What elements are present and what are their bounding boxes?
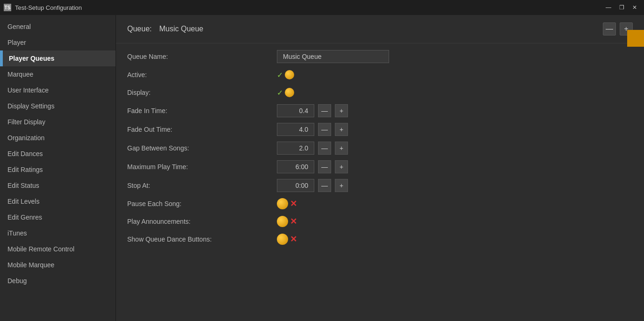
queue-minus-button[interactable]: — xyxy=(603,22,616,36)
stepper-plus-fade-out-time[interactable]: + xyxy=(335,123,348,136)
sidebar-item-user-interface[interactable]: User Interface xyxy=(0,82,116,98)
value-fade-in-time: 0.4—+ xyxy=(277,104,348,117)
label-maximum-play-time: Maximum Play Time: xyxy=(127,163,277,171)
number-display-stop-at: 0:00 xyxy=(277,179,314,192)
text-display-queue-name[interactable]: Music Queue xyxy=(277,50,389,63)
sidebar-item-edit-genres[interactable]: Edit Genres xyxy=(0,209,116,225)
form-row-active: Active:✓ xyxy=(127,66,633,84)
value-pause-each-song: ✕ xyxy=(277,198,297,209)
sidebar-item-general[interactable]: General xyxy=(0,19,116,35)
sidebar-item-mobile-remote-control[interactable]: Mobile Remote Control xyxy=(0,241,116,257)
sidebar-item-player[interactable]: Player xyxy=(0,35,116,50)
label-gap-between-songs: Gap Between Songs: xyxy=(127,144,277,152)
form-row-fade-out-time: Fade Out Time:4.0—+ xyxy=(127,120,633,139)
circle-x-pause-each-song[interactable]: ✕ xyxy=(277,198,297,209)
toggle-display[interactable]: ✓ xyxy=(277,88,294,97)
number-display-maximum-play-time: 6:00 xyxy=(277,160,314,173)
queue-label: Queue: xyxy=(127,25,152,33)
sidebar: GeneralPlayerPlayer QueuesMarqueeUser In… xyxy=(0,15,116,321)
sidebar-item-mobile-marquee[interactable]: Mobile Marquee xyxy=(0,257,116,273)
form-row-show-queue-dance-buttons: Show Queue Dance Buttons:✕ xyxy=(127,230,633,248)
check-icon: ✓ xyxy=(277,71,283,79)
stepper-minus-fade-in-time[interactable]: — xyxy=(318,104,331,117)
value-fade-out-time: 4.0—+ xyxy=(277,123,348,136)
circle-icon xyxy=(285,70,294,79)
sidebar-item-filter-display[interactable]: Filter Display xyxy=(0,114,116,130)
circle-gold-icon xyxy=(277,216,288,227)
sidebar-item-edit-ratings[interactable]: Edit Ratings xyxy=(0,162,116,178)
sidebar-item-display-settings[interactable]: Display Settings xyxy=(0,98,116,114)
stepper-minus-maximum-play-time[interactable]: — xyxy=(318,160,331,173)
stepper-minus-stop-at[interactable]: — xyxy=(318,179,331,192)
stepper-plus-stop-at[interactable]: + xyxy=(335,179,348,192)
value-show-queue-dance-buttons: ✕ xyxy=(277,234,297,245)
number-display-fade-in-time: 0.4 xyxy=(277,104,314,117)
form-row-pause-each-song: Pause Each Song:✕ xyxy=(127,195,633,213)
form-row-play-announcements: Play Announcements:✕ xyxy=(127,213,633,230)
circle-icon xyxy=(285,88,294,97)
check-icon: ✓ xyxy=(277,88,283,97)
label-pause-each-song: Pause Each Song: xyxy=(127,200,277,207)
titlebar-left: TS Test-Setup Configuration xyxy=(4,4,82,11)
close-button[interactable]: ✕ xyxy=(629,3,640,12)
sidebar-item-player-queues[interactable]: Player Queues xyxy=(0,50,116,66)
circle-gold-icon xyxy=(277,234,288,245)
value-queue-name: Music Queue xyxy=(277,50,389,63)
sidebar-item-edit-status[interactable]: Edit Status xyxy=(0,178,116,193)
value-play-announcements: ✕ xyxy=(277,216,297,227)
circle-gold-icon xyxy=(277,198,288,209)
restore-button[interactable]: ❐ xyxy=(616,3,627,12)
number-display-fade-out-time: 4.0 xyxy=(277,123,314,136)
stepper-minus-fade-out-time[interactable]: — xyxy=(318,123,331,136)
value-stop-at: 0:00—+ xyxy=(277,179,348,192)
stepper-minus-gap-between-songs[interactable]: — xyxy=(318,142,331,155)
queue-header: Queue: Music Queue — + xyxy=(116,15,644,43)
form-row-stop-at: Stop At:0:00—+ xyxy=(127,176,633,195)
stepper-plus-maximum-play-time[interactable]: + xyxy=(335,160,348,173)
titlebar-controls: — ❐ ✕ xyxy=(603,3,640,12)
label-active: Active: xyxy=(127,71,277,78)
stepper-plus-fade-in-time[interactable]: + xyxy=(335,104,348,117)
circle-x-play-announcements[interactable]: ✕ xyxy=(277,216,297,227)
x-icon: ✕ xyxy=(290,216,297,227)
number-display-gap-between-songs: 2.0 xyxy=(277,142,314,155)
main-layout: GeneralPlayerPlayer QueuesMarqueeUser In… xyxy=(0,15,644,321)
sidebar-item-edit-dances[interactable]: Edit Dances xyxy=(0,146,116,162)
value-active: ✓ xyxy=(277,70,294,79)
circle-x-show-queue-dance-buttons[interactable]: ✕ xyxy=(277,234,297,245)
label-queue-name: Queue Name: xyxy=(127,53,277,60)
minimize-button[interactable]: — xyxy=(603,3,614,12)
form-row-maximum-play-time: Maximum Play Time:6:00—+ xyxy=(127,157,633,176)
content-area: Queue: Music Queue — + Queue Name:Music … xyxy=(116,15,644,321)
titlebar: TS Test-Setup Configuration — ❐ ✕ xyxy=(0,0,644,15)
sidebar-item-edit-levels[interactable]: Edit Levels xyxy=(0,193,116,209)
x-icon: ✕ xyxy=(290,199,297,209)
label-display: Display: xyxy=(127,89,277,96)
value-maximum-play-time: 6:00—+ xyxy=(277,160,348,173)
stepper-plus-gap-between-songs[interactable]: + xyxy=(335,142,348,155)
sidebar-item-itunes[interactable]: iTunes xyxy=(0,225,116,241)
x-icon: ✕ xyxy=(290,234,297,244)
toggle-active[interactable]: ✓ xyxy=(277,70,294,79)
app-icon: TS xyxy=(4,4,11,11)
label-stop-at: Stop At: xyxy=(127,182,277,189)
value-display: ✓ xyxy=(277,88,294,97)
form-row-display: Display:✓ xyxy=(127,84,633,101)
accent-decoration xyxy=(627,30,644,47)
sidebar-item-debug[interactable]: Debug xyxy=(0,273,116,289)
form-row-fade-in-time: Fade In Time:0.4—+ xyxy=(127,101,633,120)
label-fade-in-time: Fade In Time: xyxy=(127,107,277,114)
label-show-queue-dance-buttons: Show Queue Dance Buttons: xyxy=(127,235,277,243)
titlebar-title: Test-Setup Configuration xyxy=(15,4,82,11)
sidebar-item-marquee[interactable]: Marquee xyxy=(0,66,116,82)
form-section: Queue Name:Music QueueActive:✓Display:✓F… xyxy=(116,43,644,252)
form-row-gap-between-songs: Gap Between Songs:2.0—+ xyxy=(127,139,633,157)
value-gap-between-songs: 2.0—+ xyxy=(277,142,348,155)
queue-name-display: Music Queue xyxy=(159,25,595,33)
label-play-announcements: Play Announcements: xyxy=(127,218,277,225)
label-fade-out-time: Fade Out Time: xyxy=(127,126,277,133)
sidebar-item-organization[interactable]: Organization xyxy=(0,130,116,146)
form-row-queue-name: Queue Name:Music Queue xyxy=(127,47,633,66)
